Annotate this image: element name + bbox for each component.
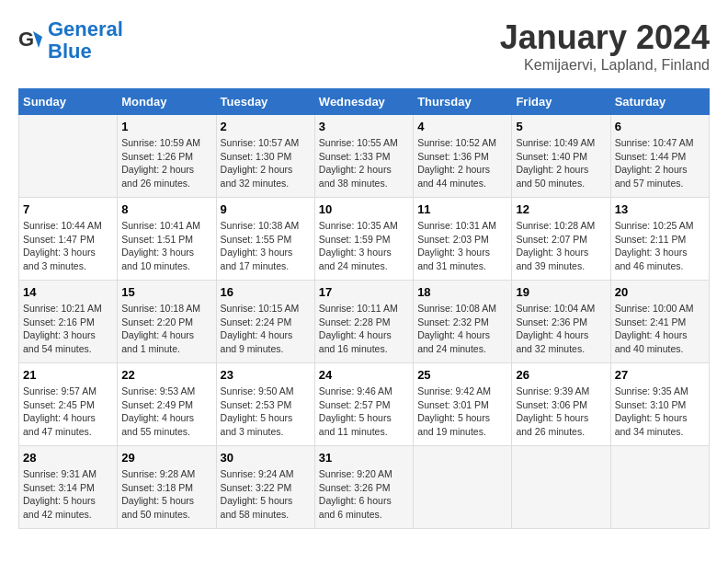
day-number: 13 [615, 202, 705, 216]
day-info: Sunrise: 9:50 AMSunset: 2:53 PMDaylight:… [221, 385, 311, 439]
day-info: Sunrise: 10:47 AMSunset: 1:44 PMDaylight… [615, 136, 705, 190]
logo-icon: G [18, 28, 44, 53]
day-number: 14 [23, 285, 113, 299]
day-info: Sunrise: 10:52 AMSunset: 1:36 PMDaylight… [417, 136, 507, 190]
day-number: 18 [417, 285, 507, 299]
day-info: Sunrise: 9:31 AMSunset: 3:14 PMDaylight:… [23, 467, 113, 522]
day-info: Sunrise: 10:57 AMSunset: 1:30 PMDaylight… [221, 136, 311, 190]
page-header: G General Blue January 2024 Kemijaervi, … [18, 18, 710, 74]
day-info: Sunrise: 9:24 AMSunset: 3:22 PMDaylight:… [221, 467, 311, 522]
logo-text: General Blue [48, 18, 123, 63]
calendar-cell: 20Sunrise: 10:00 AMSunset: 2:41 PMDaylig… [610, 281, 709, 363]
day-info: Sunrise: 9:39 AMSunset: 3:06 PMDaylight:… [516, 385, 606, 439]
day-number: 29 [121, 451, 211, 465]
day-info: Sunrise: 10:55 AMSunset: 1:33 PMDaylight… [319, 136, 409, 190]
day-info: Sunrise: 10:18 AMSunset: 2:20 PMDaylight… [121, 302, 211, 356]
calendar-cell: 31Sunrise: 9:20 AMSunset: 3:26 PMDayligh… [314, 446, 413, 529]
day-number: 24 [319, 368, 409, 382]
calendar-cell [610, 446, 709, 529]
calendar-cell [414, 446, 512, 529]
calendar-cell: 28Sunrise: 9:31 AMSunset: 3:14 PMDayligh… [19, 446, 118, 529]
calendar-cell: 19Sunrise: 10:04 AMSunset: 2:36 PMDaylig… [512, 281, 610, 363]
day-number: 5 [516, 120, 606, 133]
calendar-cell: 23Sunrise: 9:50 AMSunset: 2:53 PMDayligh… [216, 363, 314, 446]
calendar-week-row: 28Sunrise: 9:31 AMSunset: 3:14 PMDayligh… [19, 446, 710, 529]
day-info: Sunrise: 10:15 AMSunset: 2:24 PMDaylight… [221, 302, 311, 356]
day-info: Sunrise: 10:21 AMSunset: 2:16 PMDaylight… [23, 302, 113, 356]
day-number: 21 [23, 368, 113, 382]
subtitle: Kemijaervi, Lapland, Finland [500, 57, 710, 74]
calendar-cell: 26Sunrise: 9:39 AMSunset: 3:06 PMDayligh… [512, 363, 610, 446]
logo: G General Blue [18, 18, 123, 63]
svg-marker-1 [33, 31, 42, 48]
calendar-cell: 6Sunrise: 10:47 AMSunset: 1:44 PMDayligh… [610, 115, 709, 198]
calendar-cell [19, 115, 118, 198]
day-number: 20 [615, 285, 705, 299]
day-number: 7 [23, 202, 113, 216]
day-number: 6 [615, 120, 705, 133]
day-info: Sunrise: 10:41 AMSunset: 1:51 PMDaylight… [121, 219, 211, 273]
weekday-header-saturday: Saturday [610, 89, 709, 115]
day-number: 8 [121, 202, 211, 216]
main-title: January 2024 [500, 18, 710, 57]
calendar-cell: 3Sunrise: 10:55 AMSunset: 1:33 PMDayligh… [314, 115, 413, 198]
calendar-cell: 12Sunrise: 10:28 AMSunset: 2:07 PMDaylig… [512, 198, 610, 281]
day-number: 28 [23, 451, 113, 465]
weekday-header-monday: Monday [118, 89, 216, 115]
svg-text:G: G [18, 28, 34, 51]
calendar-cell: 24Sunrise: 9:46 AMSunset: 2:57 PMDayligh… [314, 363, 413, 446]
day-number: 26 [516, 368, 606, 382]
calendar-cell: 15Sunrise: 10:18 AMSunset: 2:20 PMDaylig… [118, 281, 216, 363]
day-number: 15 [121, 285, 211, 299]
day-number: 22 [121, 368, 211, 382]
weekday-header-thursday: Thursday [414, 89, 512, 115]
day-info: Sunrise: 10:04 AMSunset: 2:36 PMDaylight… [516, 302, 606, 356]
calendar-cell: 7Sunrise: 10:44 AMSunset: 1:47 PMDayligh… [19, 198, 118, 281]
calendar-cell: 30Sunrise: 9:24 AMSunset: 3:22 PMDayligh… [216, 446, 314, 529]
calendar-cell: 2Sunrise: 10:57 AMSunset: 1:30 PMDayligh… [216, 115, 314, 198]
calendar-week-row: 7Sunrise: 10:44 AMSunset: 1:47 PMDayligh… [19, 198, 710, 281]
day-number: 25 [417, 368, 507, 382]
calendar-body: 1Sunrise: 10:59 AMSunset: 1:26 PMDayligh… [19, 115, 710, 529]
day-info: Sunrise: 10:00 AMSunset: 2:41 PMDaylight… [615, 302, 705, 356]
day-number: 30 [221, 451, 311, 465]
day-number: 10 [319, 202, 409, 216]
day-number: 23 [221, 368, 311, 382]
calendar-cell: 18Sunrise: 10:08 AMSunset: 2:32 PMDaylig… [414, 281, 512, 363]
calendar-cell [512, 446, 610, 529]
day-number: 12 [516, 202, 606, 216]
calendar-cell: 14Sunrise: 10:21 AMSunset: 2:16 PMDaylig… [19, 281, 118, 363]
calendar-cell: 10Sunrise: 10:35 AMSunset: 1:59 PMDaylig… [314, 198, 413, 281]
calendar-cell: 4Sunrise: 10:52 AMSunset: 1:36 PMDayligh… [414, 115, 512, 198]
day-info: Sunrise: 10:31 AMSunset: 2:03 PMDaylight… [417, 219, 507, 273]
day-number: 3 [319, 120, 409, 133]
day-info: Sunrise: 9:46 AMSunset: 2:57 PMDaylight:… [319, 385, 409, 439]
day-number: 4 [417, 120, 507, 133]
calendar-cell: 17Sunrise: 10:11 AMSunset: 2:28 PMDaylig… [314, 281, 413, 363]
weekday-header-sunday: Sunday [19, 89, 118, 115]
day-info: Sunrise: 9:20 AMSunset: 3:26 PMDaylight:… [319, 467, 409, 522]
calendar-week-row: 1Sunrise: 10:59 AMSunset: 1:26 PMDayligh… [19, 115, 710, 198]
day-number: 27 [615, 368, 705, 382]
day-info: Sunrise: 9:28 AMSunset: 3:18 PMDaylight:… [121, 467, 211, 522]
day-number: 11 [417, 202, 507, 216]
day-number: 19 [516, 285, 606, 299]
calendar-cell: 8Sunrise: 10:41 AMSunset: 1:51 PMDayligh… [118, 198, 216, 281]
day-number: 31 [319, 451, 409, 465]
logo-blue: Blue [48, 40, 92, 63]
day-info: Sunrise: 10:11 AMSunset: 2:28 PMDaylight… [319, 302, 409, 356]
day-number: 16 [221, 285, 311, 299]
day-info: Sunrise: 9:35 AMSunset: 3:10 PMDaylight:… [615, 385, 705, 439]
calendar-cell: 27Sunrise: 9:35 AMSunset: 3:10 PMDayligh… [610, 363, 709, 446]
calendar-cell: 11Sunrise: 10:31 AMSunset: 2:03 PMDaylig… [414, 198, 512, 281]
calendar-week-row: 14Sunrise: 10:21 AMSunset: 2:16 PMDaylig… [19, 281, 710, 363]
day-info: Sunrise: 9:57 AMSunset: 2:45 PMDaylight:… [23, 385, 113, 439]
calendar-header: SundayMondayTuesdayWednesdayThursdayFrid… [19, 89, 710, 115]
day-info: Sunrise: 10:38 AMSunset: 1:55 PMDaylight… [221, 219, 311, 273]
calendar-cell: 5Sunrise: 10:49 AMSunset: 1:40 PMDayligh… [512, 115, 610, 198]
day-info: Sunrise: 10:08 AMSunset: 2:32 PMDaylight… [417, 302, 507, 356]
calendar-cell: 29Sunrise: 9:28 AMSunset: 3:18 PMDayligh… [118, 446, 216, 529]
weekday-header-tuesday: Tuesday [216, 89, 314, 115]
calendar-cell: 13Sunrise: 10:25 AMSunset: 2:11 PMDaylig… [610, 198, 709, 281]
calendar-cell: 1Sunrise: 10:59 AMSunset: 1:26 PMDayligh… [118, 115, 216, 198]
